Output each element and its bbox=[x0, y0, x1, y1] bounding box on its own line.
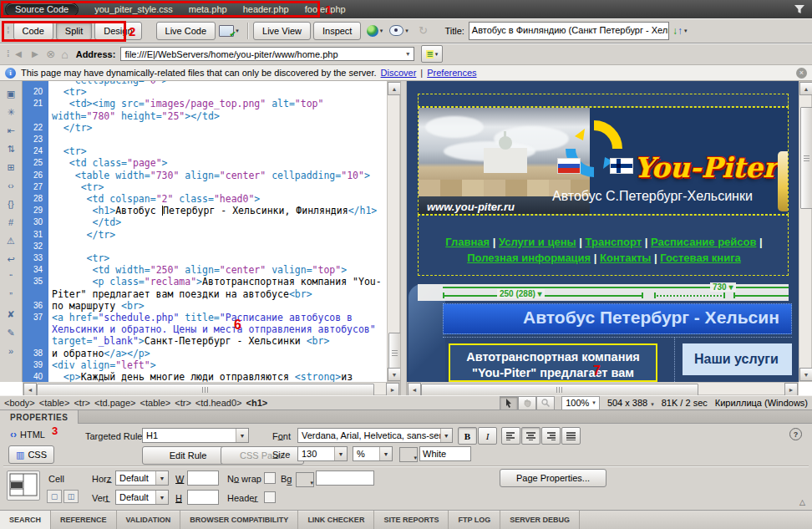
services-box[interactable]: Наши услуги bbox=[683, 343, 792, 375]
scroll-left-icon[interactable]: ◄ bbox=[408, 383, 421, 396]
toolbar-grip-icon[interactable]: ⁞⁞ bbox=[7, 26, 8, 35]
collapse-panel-icon[interactable]: △ bbox=[799, 498, 805, 506]
inspect-button[interactable]: Inspect bbox=[313, 22, 361, 40]
results-tab-validation[interactable]: VALIDATION bbox=[117, 511, 181, 529]
code-line[interactable]: 29 <h1>Автобус Петербург - Хельсинки, Фи… bbox=[23, 205, 387, 216]
scroll-down-icon[interactable]: ▼ bbox=[388, 368, 401, 381]
code-line[interactable]: 34 <td width="250" align="center" valign… bbox=[23, 264, 387, 276]
code-line[interactable]: 27 <tr> bbox=[23, 181, 387, 193]
align-right-button[interactable] bbox=[541, 427, 561, 445]
code-line[interactable]: 20 <tr> bbox=[23, 86, 387, 98]
menu-link[interactable]: Транспорт bbox=[586, 236, 642, 248]
zoom-tool[interactable] bbox=[536, 396, 555, 410]
design-top-table-row[interactable] bbox=[418, 94, 789, 107]
tag-selector-item[interactable]: <body> bbox=[4, 398, 35, 408]
code-vertical-scrollbar[interactable]: ▲ ▼ bbox=[387, 81, 400, 382]
select-parent-tag-icon[interactable]: ‹› bbox=[0, 176, 22, 195]
results-tab-browser-compatibility[interactable]: BROWSER COMPATIBILITY bbox=[180, 511, 298, 529]
scroll-down-icon[interactable]: ▼ bbox=[799, 368, 812, 381]
split-cell-icon[interactable]: ◫ bbox=[63, 490, 79, 503]
html-mode-button[interactable]: ‹› HTML bbox=[10, 429, 45, 440]
menu-link[interactable]: Главная bbox=[445, 236, 490, 248]
live-code-button[interactable]: Live Code bbox=[156, 22, 216, 40]
table-width-bar[interactable]: 730 ▾ 250 (288) ▾ bbox=[418, 284, 789, 301]
home-icon[interactable]: ⌂ bbox=[61, 48, 68, 61]
related-file-tab[interactable]: you_piter_style.css bbox=[94, 4, 173, 14]
bold-button[interactable]: B bbox=[458, 427, 477, 445]
code-line[interactable]: 33 <tr> bbox=[23, 252, 387, 264]
code-line[interactable]: 36по маршруту <br> bbox=[23, 300, 387, 312]
code-line[interactable]: 32 bbox=[23, 241, 387, 252]
magnification-dropdown[interactable]: 100%▾ bbox=[561, 396, 600, 410]
column-width-label[interactable]: 250 (288) ▾ bbox=[497, 289, 545, 298]
highlight-invalid-code-icon[interactable]: ⚠ bbox=[0, 231, 22, 250]
results-tab-server-debug[interactable]: SERVER DEBUG bbox=[500, 511, 580, 529]
window-size-dropdown[interactable]: 504 x 388▾ bbox=[607, 398, 654, 408]
targeted-rule-dropdown[interactable]: H1▼ bbox=[142, 428, 249, 443]
results-tab-site-reports[interactable]: SITE REPORTS bbox=[374, 511, 449, 529]
code-navigator-icon[interactable]: ✳ bbox=[0, 103, 22, 121]
horz-dropdown[interactable]: Default▼ bbox=[115, 471, 169, 486]
tag-selector-item[interactable]: <tr> bbox=[175, 398, 191, 408]
tag-selector-item[interactable]: <tr> bbox=[74, 398, 90, 408]
title-input[interactable]: Автобус в Финляндию (Санкт Петербург - Х… bbox=[469, 22, 669, 40]
results-tab-reference[interactable]: REFERENCE bbox=[51, 511, 117, 529]
results-tab-ftp-log[interactable]: FTP LOG bbox=[449, 511, 500, 529]
syntax-error-alerts-icon[interactable]: “ bbox=[0, 268, 22, 287]
recent-snippets-icon[interactable]: » bbox=[0, 342, 22, 360]
code-horizontal-scrollbar[interactable]: ◄ ► bbox=[23, 382, 400, 395]
code-line[interactable]: 40 <p>Каждый день многие люди отправляют… bbox=[23, 371, 387, 382]
design-vertical-scrollbar[interactable]: ▲ ▼ bbox=[799, 81, 812, 382]
italic-button[interactable]: I bbox=[478, 427, 497, 445]
stop-icon[interactable]: ⊗ bbox=[46, 48, 55, 60]
tag-selector-item[interactable]: <td.head0> bbox=[195, 398, 242, 408]
close-icon[interactable]: × bbox=[796, 68, 807, 79]
align-left-button[interactable] bbox=[501, 427, 520, 445]
site-banner[interactable]: You-Piter Автобус С.Петербург-Хельсинки … bbox=[418, 107, 789, 215]
menu-link[interactable]: Контакты bbox=[600, 252, 651, 264]
apply-comment-icon[interactable]: ” bbox=[0, 287, 22, 305]
justify-button[interactable] bbox=[561, 427, 581, 445]
code-line[interactable]: 26 <table width="730" align="center" cel… bbox=[23, 170, 387, 181]
page-heading-bar[interactable]: Автобус Петербург - Хельсин bbox=[443, 303, 792, 334]
align-center-button[interactable] bbox=[521, 427, 540, 445]
remove-comment-icon[interactable]: ✘ bbox=[0, 305, 22, 323]
expand-all-icon[interactable]: ⊞ bbox=[0, 158, 22, 176]
no-wrap-checkbox[interactable] bbox=[264, 472, 276, 484]
hand-tool[interactable] bbox=[518, 396, 536, 410]
bg-color-input[interactable] bbox=[316, 471, 374, 486]
file-management-button[interactable]: ↓ ↑ ▾ bbox=[669, 22, 691, 40]
browser-navigation-options-button[interactable]: ≣ ▾ bbox=[421, 45, 443, 63]
line-numbers-icon[interactable]: # bbox=[0, 213, 22, 231]
header-checkbox[interactable] bbox=[264, 491, 276, 503]
discover-link[interactable]: Discover bbox=[381, 68, 417, 78]
width-input[interactable] bbox=[187, 471, 219, 486]
menu-link[interactable]: Гостевая книга bbox=[660, 252, 741, 264]
code-hscroll-thumb[interactable] bbox=[37, 384, 374, 396]
live-view-button[interactable]: Live View bbox=[253, 22, 311, 40]
tag-selector-item[interactable]: <table> bbox=[39, 398, 70, 408]
code-line[interactable]: 37<a href="schedule.php" title="Расписан… bbox=[23, 312, 387, 348]
scroll-right-icon[interactable]: ► bbox=[386, 383, 399, 396]
code-line[interactable]: 35 <p class="reclama">Автотранспортная к… bbox=[23, 276, 387, 299]
collapse-selection-icon[interactable]: ⇅ bbox=[0, 140, 22, 158]
split-view-divider[interactable] bbox=[400, 81, 407, 395]
collapse-full-tag-icon[interactable]: ⇤ bbox=[0, 121, 22, 140]
table-width-label[interactable]: 730 ▾ bbox=[710, 282, 736, 292]
menu-link[interactable]: Услуги и цены bbox=[499, 236, 576, 248]
address-dropdown-icon[interactable]: ▾ bbox=[402, 50, 414, 58]
source-code-tab[interactable]: Source Code bbox=[5, 3, 79, 17]
code-line[interactable]: 23 bbox=[23, 134, 387, 145]
preview-in-browser-button[interactable]: ▾ bbox=[363, 22, 385, 40]
validate-markup-button[interactable]: ▾ bbox=[388, 22, 409, 40]
code-line[interactable]: 25 <td class="page"> bbox=[23, 157, 387, 169]
promo-box[interactable]: Автотранспортная компания "You-Piter" пр… bbox=[449, 343, 657, 382]
menu-link[interactable]: Полезная информация bbox=[467, 252, 591, 264]
font-dropdown[interactable]: Verdana, Arial, Helvetica, sans-serif▼ bbox=[297, 428, 453, 443]
addressbar-grip-icon[interactable]: ⁞⁞ bbox=[7, 49, 8, 58]
height-input[interactable] bbox=[187, 490, 219, 505]
properties-tab[interactable]: PROPERTIES bbox=[0, 410, 79, 424]
preferences-link[interactable]: Preferences bbox=[427, 68, 476, 78]
related-file-tab[interactable]: header.php bbox=[243, 4, 289, 14]
code-line[interactable]: 31 </tr> bbox=[23, 229, 387, 241]
